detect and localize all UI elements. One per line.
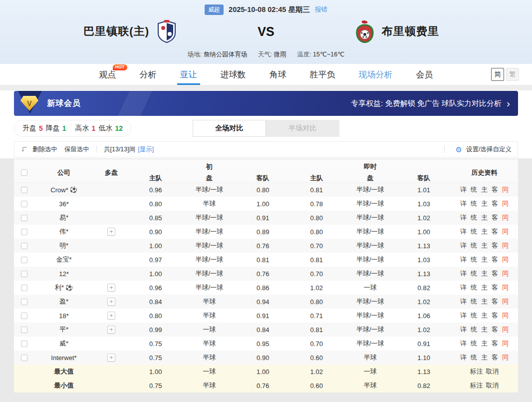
stats-link[interactable]: 统: [471, 227, 477, 236]
detail-link[interactable]: 详: [460, 241, 467, 250]
stats-link[interactable]: 统: [471, 199, 477, 208]
away-link[interactable]: 客: [492, 241, 498, 250]
away-link[interactable]: 客: [492, 227, 498, 236]
detail-link[interactable]: 详: [460, 227, 467, 236]
home-link[interactable]: 主: [481, 185, 488, 194]
row-checkbox[interactable]: [21, 229, 27, 235]
tab-goals[interactable]: 进球数: [221, 64, 246, 85]
row-checkbox[interactable]: [21, 341, 27, 347]
same-odds-link[interactable]: 同: [502, 339, 509, 348]
same-odds-link[interactable]: 同: [502, 269, 509, 278]
same-odds-link[interactable]: 同: [502, 255, 509, 264]
same-odds-link[interactable]: 同: [502, 325, 509, 334]
tab-live-analysis[interactable]: 现场分析: [359, 64, 393, 85]
away-link[interactable]: 客: [492, 283, 498, 292]
simplified-button[interactable]: 简: [491, 68, 504, 81]
same-odds-link[interactable]: 同: [502, 283, 509, 292]
home-link[interactable]: 主: [481, 213, 488, 222]
home-link[interactable]: 主: [481, 339, 488, 348]
traditional-button[interactable]: 繁: [506, 68, 519, 81]
home-link[interactable]: 主: [481, 283, 488, 292]
stats-link[interactable]: 统: [471, 241, 477, 250]
league-badge[interactable]: 威超: [205, 4, 224, 15]
row-checkbox[interactable]: [21, 285, 27, 291]
cancel-link[interactable]: 取消: [486, 367, 499, 376]
report-error-link[interactable]: 报错: [315, 5, 327, 14]
settings-customize-button[interactable]: 设置/选择自定义: [466, 145, 512, 154]
tab-member[interactable]: 会员: [416, 64, 433, 85]
home-link[interactable]: 主: [481, 227, 488, 236]
away-link[interactable]: 客: [492, 199, 498, 208]
expand-multi-odds-button[interactable]: +: [107, 312, 115, 320]
stats-link[interactable]: 统: [471, 213, 477, 222]
home-link[interactable]: 主: [481, 311, 488, 320]
row-checkbox[interactable]: [21, 187, 27, 193]
keep-selected-button[interactable]: 保留选中: [64, 145, 89, 154]
row-checkbox[interactable]: [21, 271, 27, 277]
mark-link[interactable]: 标注: [470, 367, 483, 376]
detail-link[interactable]: 详: [460, 311, 467, 320]
same-odds-link[interactable]: 同: [502, 227, 509, 236]
stats-link[interactable]: 统: [471, 325, 477, 334]
same-odds-link[interactable]: 同: [502, 213, 509, 222]
row-checkbox[interactable]: [21, 257, 27, 263]
home-link[interactable]: 主: [481, 325, 488, 334]
home-link[interactable]: 主: [481, 269, 488, 278]
away-link[interactable]: 客: [492, 269, 498, 278]
show-link[interactable]: [显示]: [138, 145, 154, 154]
same-odds-link[interactable]: 同: [502, 297, 509, 306]
tab-1x2[interactable]: 胜平负: [310, 64, 335, 85]
row-checkbox[interactable]: [21, 201, 27, 207]
detail-link[interactable]: 详: [460, 283, 467, 292]
expand-multi-odds-button[interactable]: +: [107, 284, 115, 292]
detail-link[interactable]: 详: [460, 297, 467, 306]
row-checkbox[interactable]: [21, 313, 27, 319]
mark-link[interactable]: 标注: [470, 381, 483, 390]
detail-link[interactable]: 详: [460, 269, 467, 278]
stats-link[interactable]: 统: [471, 339, 477, 348]
detail-link[interactable]: 详: [460, 255, 467, 264]
home-link[interactable]: 主: [481, 353, 488, 362]
home-link[interactable]: 主: [481, 297, 488, 306]
same-odds-link[interactable]: 同: [502, 199, 509, 208]
row-checkbox[interactable]: [21, 299, 27, 305]
row-checkbox[interactable]: [21, 355, 27, 361]
row-checkbox[interactable]: [21, 215, 27, 221]
tab-asian-handicap[interactable]: 亚让: [180, 64, 197, 85]
home-link[interactable]: 主: [481, 241, 488, 250]
half-match-toggle[interactable]: 半场对比: [266, 120, 339, 137]
select-all-checkbox[interactable]: [21, 169, 27, 176]
stats-link[interactable]: 统: [471, 353, 477, 362]
same-odds-link[interactable]: 同: [502, 185, 509, 194]
cancel-link[interactable]: 取消: [486, 381, 499, 390]
same-odds-link[interactable]: 同: [502, 241, 509, 250]
detail-link[interactable]: 详: [460, 213, 467, 222]
expand-multi-odds-button[interactable]: +: [107, 326, 115, 334]
stats-link[interactable]: 统: [471, 283, 477, 292]
away-link[interactable]: 客: [492, 339, 498, 348]
detail-link[interactable]: 详: [460, 199, 467, 208]
away-link[interactable]: 客: [492, 311, 498, 320]
stats-link[interactable]: 统: [471, 269, 477, 278]
same-odds-link[interactable]: 同: [502, 311, 509, 320]
gear-icon[interactable]: ⚙: [456, 146, 462, 153]
stats-link[interactable]: 统: [471, 185, 477, 194]
home-link[interactable]: 主: [481, 199, 488, 208]
away-link[interactable]: 客: [492, 297, 498, 306]
away-link[interactable]: 客: [492, 185, 498, 194]
stats-link[interactable]: 统: [471, 297, 477, 306]
detail-link[interactable]: 详: [460, 339, 467, 348]
tab-analysis[interactable]: 分析: [140, 64, 157, 85]
tab-corners[interactable]: 角球: [269, 64, 286, 85]
expand-multi-odds-button[interactable]: +: [107, 228, 115, 236]
stats-link[interactable]: 统: [471, 311, 477, 320]
row-checkbox[interactable]: [21, 327, 27, 333]
expand-multi-odds-button[interactable]: +: [107, 298, 115, 306]
same-odds-link[interactable]: 同: [502, 353, 509, 362]
expand-multi-odds-button[interactable]: +: [107, 354, 115, 362]
detail-link[interactable]: 详: [460, 185, 467, 194]
detail-link[interactable]: 详: [460, 353, 467, 362]
vip-member-banner[interactable]: V 新球会员 专享权益: 免费解锁 免广告 球队实力对比分析 ›: [14, 91, 518, 116]
full-match-toggle[interactable]: 全场对比: [193, 120, 266, 137]
stats-link[interactable]: 统: [471, 255, 477, 264]
